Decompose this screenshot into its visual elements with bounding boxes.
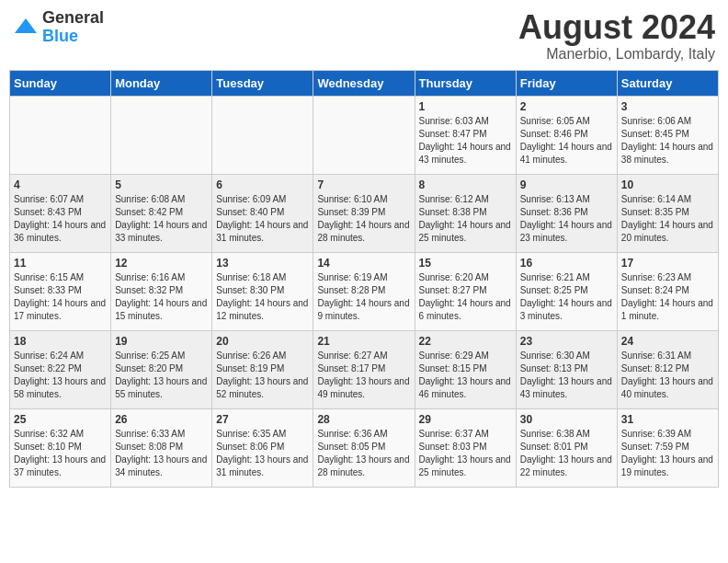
day-info: Sunrise: 6:27 AMSunset: 8:17 PMDaylight:… (317, 350, 410, 401)
sunset: Sunset: 8:30 PM (216, 284, 309, 297)
daylight: Daylight: 14 hours and 25 minutes. (419, 219, 512, 245)
calendar-cell: 1Sunrise: 6:03 AMSunset: 8:47 PMDaylight… (415, 96, 516, 174)
sunrise: Sunrise: 6:10 AM (317, 193, 410, 206)
calendar-cell: 23Sunrise: 6:30 AMSunset: 8:13 PMDayligh… (516, 330, 617, 408)
daylight: Daylight: 13 hours and 25 minutes. (419, 454, 512, 479)
calendar-cell: 28Sunrise: 6:36 AMSunset: 8:05 PMDayligh… (313, 408, 415, 487)
daylight: Daylight: 13 hours and 34 minutes. (115, 454, 208, 479)
sunset: Sunset: 8:28 PM (317, 284, 410, 297)
sunrise: Sunrise: 6:09 AM (216, 193, 309, 206)
calendar-cell: 9Sunrise: 6:13 AMSunset: 8:36 PMDaylight… (516, 174, 617, 252)
sunset: Sunset: 8:33 PM (14, 284, 107, 297)
sunset: Sunset: 8:22 PM (14, 362, 107, 375)
sunrise: Sunrise: 6:05 AM (520, 115, 613, 128)
day-info: Sunrise: 6:09 AMSunset: 8:40 PMDaylight:… (216, 193, 309, 245)
sunset: Sunset: 8:19 PM (216, 362, 309, 375)
sunrise: Sunrise: 6:30 AM (520, 350, 613, 362)
sunrise: Sunrise: 6:37 AM (419, 428, 512, 441)
daylight: Daylight: 14 hours and 17 minutes. (14, 297, 107, 323)
calendar-cell (313, 96, 415, 174)
logo-text: General Blue (42, 9, 104, 46)
calendar-cell: 18Sunrise: 6:24 AMSunset: 8:22 PMDayligh… (10, 330, 111, 408)
sunset: Sunset: 8:05 PM (317, 441, 410, 454)
sunset: Sunset: 8:17 PM (317, 362, 410, 375)
day-info: Sunrise: 6:25 AMSunset: 8:20 PMDaylight:… (115, 350, 208, 401)
sunrise: Sunrise: 6:07 AM (14, 193, 107, 206)
day-info: Sunrise: 6:14 AMSunset: 8:35 PMDaylight:… (621, 193, 714, 245)
calendar-week-1: 1Sunrise: 6:03 AMSunset: 8:47 PMDaylight… (10, 96, 719, 174)
day-info: Sunrise: 6:20 AMSunset: 8:27 PMDaylight:… (419, 271, 512, 323)
day-info: Sunrise: 6:29 AMSunset: 8:15 PMDaylight:… (419, 350, 512, 401)
calendar-cell: 2Sunrise: 6:05 AMSunset: 8:46 PMDaylight… (516, 96, 617, 174)
calendar-week-2: 4Sunrise: 6:07 AMSunset: 8:43 PMDaylight… (10, 174, 719, 252)
sunrise: Sunrise: 6:26 AM (216, 350, 309, 362)
calendar-cell: 24Sunrise: 6:31 AMSunset: 8:12 PMDayligh… (617, 330, 718, 408)
day-info: Sunrise: 6:12 AMSunset: 8:38 PMDaylight:… (419, 193, 512, 245)
daylight: Daylight: 13 hours and 40 minutes. (621, 375, 714, 401)
day-info: Sunrise: 6:35 AMSunset: 8:06 PMDaylight:… (216, 428, 309, 479)
calendar-cell: 13Sunrise: 6:18 AMSunset: 8:30 PMDayligh… (212, 252, 313, 330)
day-info: Sunrise: 6:21 AMSunset: 8:25 PMDaylight:… (520, 271, 613, 323)
day-number: 23 (520, 335, 613, 348)
sunset: Sunset: 8:45 PM (621, 128, 714, 141)
header-day-tuesday: Tuesday (212, 70, 313, 96)
day-number: 22 (419, 335, 512, 348)
daylight: Daylight: 13 hours and 49 minutes. (317, 375, 410, 401)
day-info: Sunrise: 6:16 AMSunset: 8:32 PMDaylight:… (115, 271, 208, 323)
sunset: Sunset: 8:46 PM (520, 128, 613, 141)
day-info: Sunrise: 6:26 AMSunset: 8:19 PMDaylight:… (216, 350, 309, 401)
sunrise: Sunrise: 6:25 AM (115, 350, 208, 362)
logo-icon (13, 15, 39, 40)
day-info: Sunrise: 6:13 AMSunset: 8:36 PMDaylight:… (520, 193, 613, 245)
sunset: Sunset: 8:36 PM (520, 206, 613, 219)
calendar-cell: 3Sunrise: 6:06 AMSunset: 8:45 PMDaylight… (617, 96, 718, 174)
sunset: Sunset: 8:24 PM (621, 284, 714, 297)
day-info: Sunrise: 6:31 AMSunset: 8:12 PMDaylight:… (621, 350, 714, 401)
calendar-cell: 4Sunrise: 6:07 AMSunset: 8:43 PMDaylight… (10, 174, 111, 252)
day-info: Sunrise: 6:10 AMSunset: 8:39 PMDaylight:… (317, 193, 410, 245)
sunset: Sunset: 8:08 PM (115, 441, 208, 454)
sunrise: Sunrise: 6:21 AM (520, 271, 613, 284)
sunset: Sunset: 8:15 PM (419, 362, 512, 375)
day-number: 28 (317, 413, 410, 426)
sunrise: Sunrise: 6:38 AM (520, 428, 613, 441)
day-number: 3 (621, 100, 714, 113)
sunrise: Sunrise: 6:27 AM (317, 350, 410, 362)
daylight: Daylight: 14 hours and 43 minutes. (419, 141, 512, 167)
daylight: Daylight: 14 hours and 31 minutes. (216, 219, 309, 245)
sunset: Sunset: 8:20 PM (115, 362, 208, 375)
calendar-cell: 6Sunrise: 6:09 AMSunset: 8:40 PMDaylight… (212, 174, 313, 252)
day-number: 2 (520, 100, 613, 113)
daylight: Daylight: 14 hours and 6 minutes. (419, 297, 512, 323)
daylight: Daylight: 13 hours and 19 minutes. (621, 454, 714, 479)
svg-marker-0 (15, 18, 37, 33)
calendar-cell: 7Sunrise: 6:10 AMSunset: 8:39 PMDaylight… (313, 174, 415, 252)
sunset: Sunset: 8:27 PM (419, 284, 512, 297)
day-number: 29 (419, 413, 512, 426)
calendar-week-4: 18Sunrise: 6:24 AMSunset: 8:22 PMDayligh… (10, 330, 719, 408)
day-info: Sunrise: 6:19 AMSunset: 8:28 PMDaylight:… (317, 271, 410, 323)
day-number: 15 (419, 257, 512, 270)
day-number: 16 (520, 257, 613, 270)
day-info: Sunrise: 6:33 AMSunset: 8:08 PMDaylight:… (115, 428, 208, 479)
day-number: 18 (14, 335, 107, 348)
sunrise: Sunrise: 6:24 AM (14, 350, 107, 362)
header-day-wednesday: Wednesday (313, 70, 415, 96)
logo-general: General (42, 9, 104, 28)
daylight: Daylight: 14 hours and 3 minutes. (520, 297, 613, 323)
sunrise: Sunrise: 6:39 AM (621, 428, 714, 441)
daylight: Daylight: 14 hours and 41 minutes. (520, 141, 613, 167)
header-day-monday: Monday (111, 70, 212, 96)
day-number: 31 (621, 413, 714, 426)
header-day-sunday: Sunday (10, 70, 111, 96)
calendar-cell: 25Sunrise: 6:32 AMSunset: 8:10 PMDayligh… (10, 408, 111, 487)
daylight: Daylight: 13 hours and 52 minutes. (216, 375, 309, 401)
day-number: 24 (621, 335, 714, 348)
day-number: 20 (216, 335, 309, 348)
calendar-cell (212, 96, 313, 174)
calendar-cell: 15Sunrise: 6:20 AMSunset: 8:27 PMDayligh… (415, 252, 516, 330)
sunrise: Sunrise: 6:15 AM (14, 271, 107, 284)
day-number: 4 (14, 178, 107, 191)
location: Manerbio, Lombardy, Italy (518, 46, 715, 63)
day-number: 5 (115, 178, 208, 191)
